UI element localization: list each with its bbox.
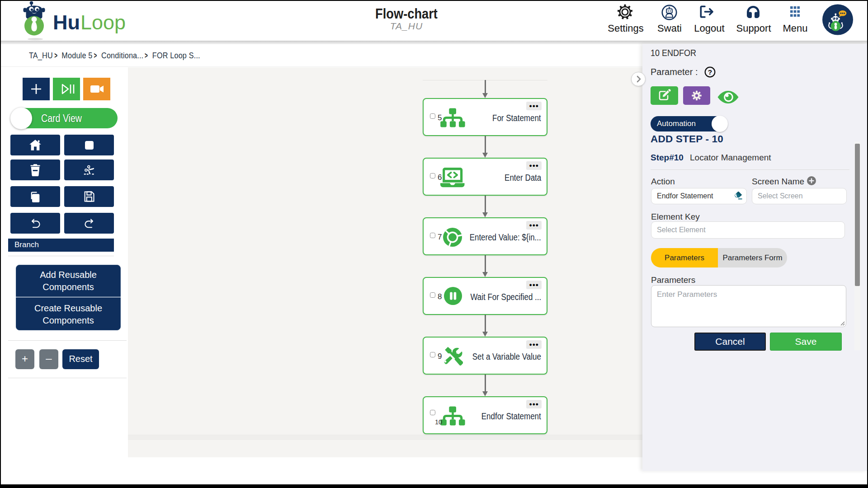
svg-text:Hu: Hu bbox=[53, 11, 80, 34]
svg-text:Loop: Loop bbox=[80, 11, 126, 34]
svg-text:?: ? bbox=[708, 68, 712, 76]
